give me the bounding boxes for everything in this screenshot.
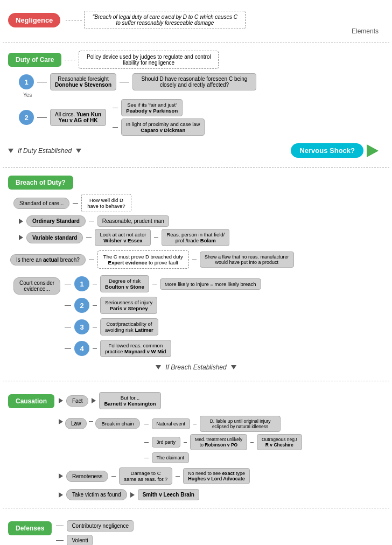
- ordinary-standard-box: Ordinary Standard: [26, 215, 86, 227]
- nervous-shock-box: Nervous Shock?: [291, 143, 363, 158]
- yes-label: Yes: [23, 92, 32, 98]
- court-consider-box: Court consider evidence...: [13, 277, 60, 295]
- duty-of-care-desc: Policy device used by judges to regulate…: [79, 51, 219, 69]
- test2-circle: 2: [19, 110, 34, 125]
- claimant-box: The claimant: [152, 452, 190, 463]
- negligence-box: Negligence: [8, 13, 60, 27]
- elements-label: Elements: [352, 27, 379, 35]
- actual-breach-proof: The C must prove D breached dutyExpert e…: [97, 250, 189, 269]
- arrow-down-duty2: [76, 149, 81, 153]
- standard-of-care: Standard of care...: [13, 198, 69, 209]
- if-duty-established: If Duty Established: [18, 147, 72, 155]
- defenses-box: Defenses: [8, 521, 52, 535]
- evidence-extra-1: More likely to injure = more likely brea…: [160, 278, 261, 290]
- duty-of-care-box: Duty of Care: [8, 53, 61, 67]
- remoteness-no-need: No need to see exact typeHughes v Lord A…: [183, 468, 250, 484]
- negligence-definition: "Breach of legal duty of care owed by D …: [84, 11, 246, 29]
- main-diagram: Negligence "Breach of legal duty of care…: [0, 0, 392, 545]
- ordinary-standard-desc: Reasonable, prudent man: [97, 215, 169, 227]
- arrow-down-breach: [156, 365, 161, 369]
- remoteness-desc: Damage to C same as reas. for.?: [119, 467, 172, 485]
- variable-standard-desc2: Reas. person in that field/prof./trade B…: [162, 229, 229, 246]
- actual-breach-flaw: Show a flaw that no reas. manufacturer w…: [200, 251, 294, 268]
- take-victim-box: Take victim as found: [66, 489, 127, 500]
- causation-fact-box: Fact: [66, 395, 88, 407]
- test2-branch2: In light of proximity and case lawCaparo…: [121, 118, 205, 136]
- if-breach-established: If Breach Established: [165, 364, 226, 371]
- take-victim-case: Smith v Leech Brain: [138, 489, 199, 500]
- causation-fact-desc: But for...Barnett v Kensington: [99, 392, 160, 409]
- evidence-box-4: Followed reas. commonpractice Maynard v …: [100, 340, 171, 357]
- variable-standard-box: Variable standard: [26, 232, 83, 243]
- test1-question: Should D have reasonable foreseen C bein…: [132, 73, 256, 90]
- how-well: How well did D have to behave?: [81, 194, 131, 212]
- test2-label: All circs. Yuen KunYeu v AG of HK: [50, 109, 106, 126]
- defense-item-1: Contributory negligence: [67, 520, 134, 532]
- nervous-shock-arrow: [367, 144, 379, 157]
- evidence-circle-3: 3: [74, 319, 89, 334]
- evidence-circle-1: 1: [74, 276, 89, 291]
- remoteness-box: Remoteness: [66, 471, 108, 482]
- causation-box: Causation: [8, 394, 54, 408]
- evidence-box-2: Seriousness of injuryParis v Stepney: [100, 297, 157, 314]
- evidence-circle-2: 2: [74, 298, 89, 313]
- actual-breach-box: Is there an actual breach?: [10, 254, 86, 265]
- causation-law-box: Law: [65, 418, 87, 429]
- test2-branch1: See if its 'fair and just'Peabody v Park…: [121, 99, 183, 116]
- outrageous-box: Outrageous neg.!R v Cheshire: [257, 434, 302, 450]
- third-party-box: 3rd party: [152, 437, 181, 448]
- breach-of-duty-box: Breach of Duty?: [8, 176, 73, 190]
- d-liable-box: D. liable up until original injury eclip…: [200, 416, 281, 432]
- natural-event-box: Natural event: [152, 418, 191, 429]
- variable-standard-desc1: Look at act not actorWilsher v Essex: [95, 229, 151, 246]
- break-in-chain-box: Break in chain: [95, 418, 139, 429]
- test1-label: Reasonable foresightDonohue v Stevenson: [50, 73, 116, 90]
- evidence-box-1: Degree of riskBoulton v Stone: [100, 275, 149, 292]
- arrow-down-breach2: [231, 365, 236, 369]
- negligence-arrow: [66, 20, 82, 20]
- evidence-box-3: Cost/practicability ofavoiding risk Lati…: [100, 318, 158, 336]
- evidence-circle-4: 4: [74, 341, 89, 356]
- test1-circle: 1: [19, 74, 34, 89]
- arrow-down-duty: [8, 149, 13, 153]
- med-treatment-box: Med. treatment unlikelyto Robinson v PO: [190, 434, 247, 450]
- defense-item-2: Volenti: [67, 535, 93, 545]
